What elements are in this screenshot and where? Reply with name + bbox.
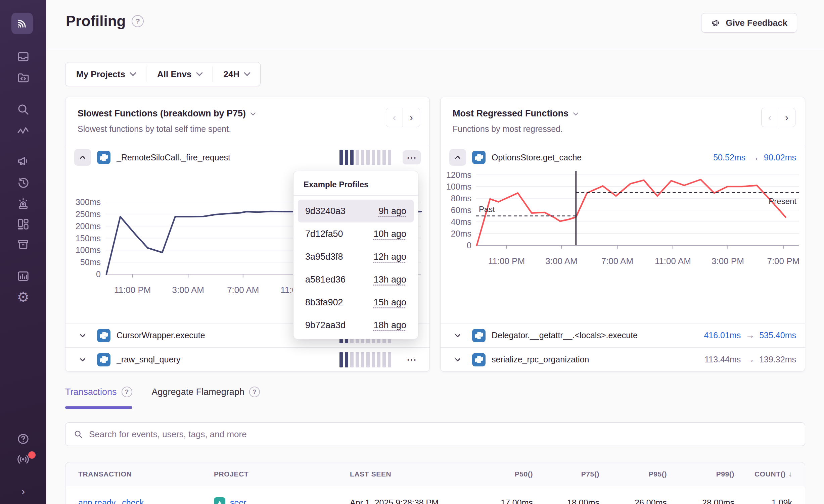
give-feedback-button[interactable]: Give Feedback (701, 13, 797, 33)
profile-id[interactable]: a581ed36 (305, 274, 346, 285)
prev-page-button[interactable]: ‹ (386, 108, 403, 127)
next-page-button[interactable]: › (778, 108, 795, 127)
sidebar-item-traces[interactable] (16, 124, 30, 138)
tab-transactions[interactable]: Transactions ? (65, 387, 132, 409)
sidebar-item-issues[interactable] (16, 50, 30, 63)
help-icon[interactable]: ? (249, 387, 260, 397)
function-row[interactable]: OptionsStore.get_cache 50.52ms → 90.02ms (441, 145, 805, 169)
search-icon (74, 430, 83, 439)
expand-row-button[interactable] (74, 327, 91, 344)
col-p75[interactable]: P75() (533, 470, 599, 478)
regression-delta: 50.52ms → 90.02ms (713, 152, 796, 163)
replay-clock-icon (16, 176, 30, 190)
col-p95[interactable]: P95() (599, 470, 667, 478)
function-row[interactable]: _raw_snql_query ⋯ (65, 347, 429, 371)
sidebar-item-alerts[interactable] (16, 197, 30, 210)
function-row[interactable]: serialize_rpc_organization 113.44ms → 13… (441, 347, 805, 371)
sidebar-item-feedback[interactable] (16, 154, 30, 168)
function-name[interactable]: Delegator.__getattr__.<locals>.execute (492, 331, 698, 340)
sidebar-collapse-button[interactable]: › (16, 484, 30, 498)
after-value[interactable]: 90.02ms (764, 153, 796, 162)
profile-item[interactable]: a581ed36 13h ago (298, 268, 414, 291)
expand-row-button[interactable] (449, 327, 466, 344)
function-name[interactable]: OptionsStore.get_cache (492, 153, 707, 162)
profile-age[interactable]: 12h ago (373, 252, 406, 262)
profile-id[interactable]: 9b72aa3d (305, 320, 346, 331)
count-cell: 1.09k (734, 498, 792, 504)
card-title-dropdown[interactable]: Most Regressed Functions (453, 108, 793, 119)
svg-text:Past: Past (479, 205, 495, 214)
chevron-down-icon (573, 110, 579, 116)
profile-age[interactable]: 15h ago (373, 297, 406, 308)
profile-age[interactable]: 10h ago (373, 229, 406, 239)
page-title-text: Profiling (66, 13, 126, 30)
expand-row-button[interactable] (74, 351, 91, 368)
svg-text:Present: Present (769, 197, 796, 206)
profile-age[interactable]: 13h ago (373, 274, 406, 285)
function-name[interactable]: serialize_rpc_organization (492, 355, 698, 364)
transaction-link[interactable]: app.ready._check (78, 498, 144, 504)
col-transaction[interactable]: TRANSACTION (78, 470, 214, 478)
sidebar-item-stats[interactable] (16, 269, 30, 283)
sidebar-item-help[interactable] (16, 432, 30, 446)
col-p50[interactable]: P50() (466, 470, 533, 478)
sidebar-item-settings[interactable]: ⚙ (16, 291, 30, 304)
profile-item[interactable]: 9b72aa3d 18h ago (298, 314, 414, 337)
sidebar-item-releases[interactable] (16, 238, 30, 251)
chevron-down-icon (79, 332, 86, 339)
function-row[interactable]: Delegator.__getattr__.<locals>.execute 4… (441, 323, 805, 347)
before-value[interactable]: 416.01ms (704, 331, 741, 340)
profile-id[interactable]: 8b3fa902 (305, 297, 343, 308)
function-row[interactable]: _RemoteSiloCall._fire_request ⋯ (65, 145, 429, 169)
python-icon (472, 329, 486, 342)
project-filter[interactable]: My Projects (65, 62, 146, 86)
col-project[interactable]: PROJECT (214, 470, 350, 478)
function-name[interactable]: _raw_snql_query (117, 355, 333, 364)
sentry-logo[interactable] (11, 13, 33, 34)
project-filter-label: My Projects (76, 69, 125, 80)
table-row[interactable]: app.ready._check seer Apr 1, 2025 9:28:3… (65, 486, 805, 504)
chevron-down-icon (196, 69, 203, 76)
profile-id[interactable]: 9d3240a3 (305, 206, 346, 216)
table-header-row: TRANSACTION PROJECT LAST SEEN P50() P75(… (65, 462, 805, 486)
sidebar-item-explore[interactable] (16, 103, 30, 116)
collapse-row-button[interactable] (449, 149, 466, 166)
row-menu-button[interactable]: ⋯ (403, 353, 421, 367)
profile-id[interactable]: 3a95d3f8 (305, 252, 343, 262)
card-title-dropdown[interactable]: Slowest Functions (breakdown by P75) (78, 108, 417, 119)
function-name[interactable]: _RemoteSiloCall._fire_request (117, 153, 333, 162)
col-p99[interactable]: P99() (667, 470, 734, 478)
profile-age[interactable]: 9h ago (378, 206, 406, 216)
profile-age[interactable]: 18h ago (373, 320, 406, 331)
environment-filter[interactable]: All Envs (146, 62, 213, 86)
sidebar-item-whats-new[interactable] (16, 453, 30, 466)
row-menu-button[interactable]: ⋯ (403, 150, 421, 164)
profile-item[interactable]: 7d12fa50 10h ago (298, 222, 414, 245)
col-last-seen[interactable]: LAST SEEN (350, 470, 466, 478)
profile-item[interactable]: 8b3fa902 15h ago (298, 291, 414, 314)
after-value[interactable]: 535.40ms (759, 331, 796, 340)
col-count[interactable]: COUNT() ↓ (734, 470, 792, 478)
expand-row-button[interactable] (449, 351, 466, 368)
profile-item[interactable]: 3a95d3f8 12h ago (298, 245, 414, 268)
python-icon (97, 329, 110, 342)
sidebar-item-replays[interactable] (16, 176, 30, 190)
before-value[interactable]: 50.52ms (713, 153, 745, 162)
sidebar-item-projects[interactable] (16, 71, 30, 85)
sidebar-item-dashboards[interactable] (16, 217, 30, 231)
environment-filter-label: All Envs (157, 69, 192, 80)
after-value: 139.32ms (759, 355, 796, 364)
prev-page-button[interactable]: ‹ (762, 108, 778, 127)
page-help-icon[interactable]: ? (132, 15, 144, 27)
profile-item[interactable]: 9d3240a3 9h ago (298, 200, 414, 222)
profile-id[interactable]: 7d12fa50 (305, 229, 343, 239)
pagination: ‹ › (761, 108, 795, 127)
search-bar[interactable]: Search for events, users, tags, and more (65, 422, 805, 446)
tab-aggregate-flamegraph[interactable]: Aggregate Flamegraph ? (152, 387, 260, 409)
help-icon[interactable]: ? (122, 387, 132, 397)
date-range-filter[interactable]: 24H (213, 62, 261, 86)
next-page-button[interactable]: › (403, 108, 420, 127)
collapse-row-button[interactable] (74, 149, 91, 166)
chevron-up-icon (454, 154, 461, 161)
project-link[interactable]: seer (230, 498, 246, 504)
